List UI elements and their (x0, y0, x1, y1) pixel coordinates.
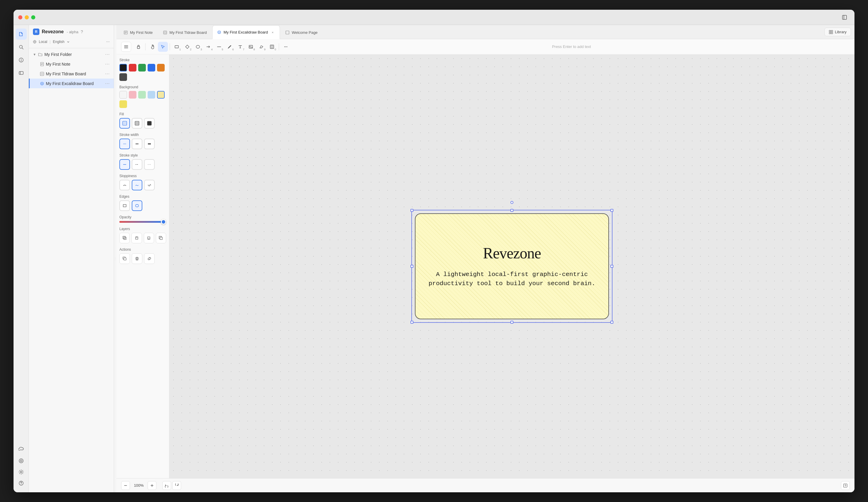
tab-welcome[interactable]: Welcome Page (280, 25, 322, 39)
stroke-color-dark[interactable] (120, 73, 127, 81)
send-backward-button[interactable] (132, 233, 142, 243)
svg-rect-42 (175, 46, 178, 48)
bring-to-front-button[interactable] (156, 233, 166, 243)
undo-button[interactable] (162, 481, 171, 490)
duplicate-button[interactable] (120, 253, 130, 264)
ss-solid-button[interactable] (120, 159, 130, 170)
tab-note-icon (124, 31, 127, 34)
ss-dashed-button[interactable] (132, 159, 142, 170)
sw-thin-button[interactable] (120, 139, 130, 149)
sidebar-item-note[interactable]: My First Note ⋯ (29, 59, 114, 69)
folder-item[interactable]: ▼ My First Folder ⋯ (29, 49, 114, 59)
toolbar-line-button[interactable]: 5 (214, 42, 224, 52)
stroke-color-blue[interactable] (148, 64, 155, 71)
sidebar-item-excalidraw[interactable]: My First Excalidraw Board ⋯ (29, 79, 114, 88)
toolbar-rectangle-button[interactable]: 1 (172, 42, 182, 52)
help-icon[interactable]: ? (81, 29, 83, 34)
close-button[interactable] (18, 15, 22, 19)
library-button[interactable]: Library (825, 28, 851, 36)
bring-to-front-icon (159, 236, 163, 240)
library-label: Library (835, 30, 847, 34)
tab-bar: My First Note My First Tldraw Board (116, 25, 855, 39)
folder-more-button[interactable]: ⋯ (105, 51, 110, 57)
bottombar-help-button[interactable] (841, 481, 850, 490)
icon-bar-search[interactable] (16, 41, 27, 53)
toolbar-ellipse-button[interactable]: 3 (193, 42, 203, 52)
excalidraw-more-button[interactable]: ⋯ (105, 81, 110, 86)
svg-rect-37 (831, 32, 833, 34)
hand-icon (150, 44, 155, 49)
bg-color-yellow[interactable] (157, 91, 165, 99)
excalidraw-card-wrapper[interactable]: Revezone A lightweight local-first graph… (415, 213, 609, 319)
maximize-button[interactable] (31, 15, 35, 19)
toolbar-more-button[interactable] (281, 42, 291, 52)
send-to-back-button[interactable] (120, 233, 130, 243)
content-area: My First Note My First Tldraw Board (116, 25, 855, 492)
note-more-button[interactable]: ⋯ (105, 61, 110, 67)
toolbar-frame-button[interactable]: 0 (267, 42, 277, 52)
sidebar-item-tldraw[interactable]: My First Tldraw Board ⋯ (29, 69, 114, 79)
icon-bar-files[interactable] (16, 29, 27, 40)
icon-bar-settings[interactable] (16, 466, 27, 478)
toolbar-lock-button[interactable] (134, 42, 144, 52)
bg-color-yellow2[interactable] (120, 100, 127, 108)
opacity-slider[interactable] (120, 221, 166, 223)
zoom-out-button[interactable] (121, 481, 130, 490)
fill-hatch-button[interactable] (120, 118, 130, 129)
redo-button[interactable] (172, 481, 181, 490)
zoom-in-button[interactable] (148, 481, 156, 490)
tab-excalidraw[interactable]: My First Excalidraw Board × (212, 25, 280, 39)
icon-bar-cloud[interactable] (16, 444, 27, 455)
stroke-color-red[interactable] (129, 64, 136, 71)
link-button[interactable] (144, 253, 155, 264)
bg-color-white[interactable] (120, 91, 127, 99)
sw-medium-button[interactable] (132, 139, 142, 149)
stroke-color-black[interactable] (120, 64, 127, 71)
sidebar-resize-handle[interactable]: ⋮ (114, 25, 116, 492)
toolbar-hand-button[interactable] (147, 42, 157, 52)
edge-sharp-button[interactable] (120, 200, 130, 211)
tldraw-more-button[interactable]: ⋯ (105, 71, 110, 77)
sidebar-more-button[interactable]: ⋯ (106, 40, 110, 44)
bring-forward-button[interactable] (144, 233, 154, 243)
icon-bar-help[interactable] (16, 478, 27, 489)
toolbar-arrow-button[interactable]: 4 (204, 42, 214, 52)
stroke-color-orange[interactable] (157, 64, 165, 71)
icon-bar-github[interactable] (16, 455, 27, 466)
canvas-area[interactable]: Revezone A lightweight local-first graph… (169, 54, 855, 478)
slop-more-button[interactable] (144, 180, 155, 190)
bg-color-pink[interactable] (129, 91, 136, 99)
tab-close-button[interactable]: × (270, 30, 275, 35)
stroke-color-green[interactable] (138, 64, 146, 71)
toolbar-pen-button[interactable]: 6 (225, 42, 235, 52)
svg-rect-80 (160, 237, 162, 240)
slop-slight-button[interactable] (132, 180, 142, 190)
fill-solid-button[interactable] (144, 118, 155, 129)
toolbar-hint-area: Press Enter to add text (293, 44, 850, 49)
toolbar-text-button[interactable]: 7 (235, 42, 245, 52)
edge-rounded-button[interactable] (132, 200, 142, 211)
language-chevron-icon[interactable] (67, 40, 70, 43)
icon-bar-info[interactable] (16, 54, 27, 66)
minimize-button[interactable] (25, 15, 29, 19)
sw-thick-button[interactable] (144, 139, 155, 149)
slop-none-button[interactable] (120, 180, 130, 190)
tab-note[interactable]: My First Note (119, 25, 158, 39)
bg-color-green[interactable] (138, 91, 146, 99)
toolbar-image-button[interactable]: 8 (246, 42, 256, 52)
excalidraw-card[interactable]: Revezone A lightweight local-first graph… (415, 213, 609, 319)
toolbar-menu-button[interactable] (121, 42, 131, 52)
toolbar-diamond-button[interactable]: 2 (182, 42, 192, 52)
sidebar-toggle-button[interactable] (839, 12, 850, 23)
sidebar-divider (29, 48, 114, 48)
folder-icon (38, 52, 43, 57)
ss-dotted-button[interactable] (144, 159, 155, 170)
fill-crosshatch-button[interactable] (132, 118, 142, 129)
toolbar-eraser-button[interactable]: 9 (256, 42, 266, 52)
bg-color-blue[interactable] (148, 91, 155, 99)
tab-tldraw[interactable]: My First Tldraw Board (158, 25, 212, 39)
toolbar-select-button[interactable] (158, 42, 168, 52)
icon-bar-tags[interactable] (16, 67, 27, 79)
delete-button[interactable] (132, 253, 142, 264)
board-area: Stroke Background (116, 54, 855, 478)
